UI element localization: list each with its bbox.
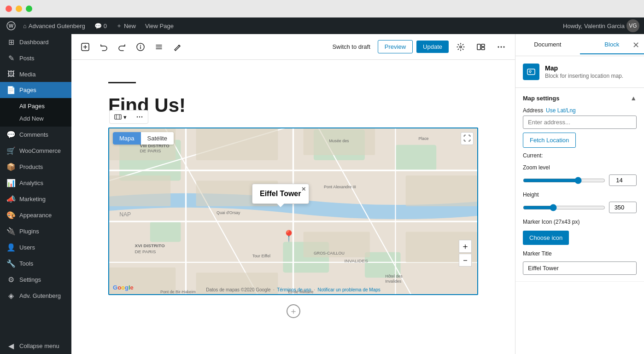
sidebar-item-marketing[interactable]: 📣 Marketing	[0, 191, 71, 207]
tab-document[interactable]: Document	[515, 35, 580, 54]
editor-toolbar: Switch to draft Preview Update	[71, 34, 515, 60]
map-zoom-out-btn[interactable]: －	[459, 254, 472, 267]
height-input[interactable]: 350	[609, 202, 637, 213]
height-slider[interactable]	[523, 204, 605, 211]
add-block-bottom-btn[interactable]: ＋	[287, 304, 300, 318]
appearance-icon: 🎨	[6, 211, 16, 220]
sidebar-item-users[interactable]: 👤 Users	[0, 239, 71, 255]
svg-text:INVALIDES: INVALIDES	[344, 258, 368, 263]
right-panel: Document Block ✕ Map Block for inserting…	[515, 34, 644, 354]
svg-text:W: W	[9, 23, 14, 29]
map-type-mapa-btn[interactable]: Mapa	[113, 132, 141, 145]
sidebar: ⊞ Dashboard ✎ Posts 🖼 Media 📄 Pages All …	[0, 34, 71, 354]
sidebar-item-all-pages[interactable]: All Pages	[0, 100, 71, 112]
sidebar-item-pages[interactable]: 📄 Pages	[0, 82, 71, 98]
sidebar-item-adv-gutenberg[interactable]: ◈ Adv. Gutenberg	[0, 288, 71, 304]
settings-panel-button[interactable]	[452, 39, 469, 55]
svg-text:DE PARIS: DE PARIS	[135, 249, 156, 254]
wp-logo-icon[interactable]: W	[5, 19, 18, 32]
preview-button[interactable]: Preview	[378, 40, 413, 53]
map-settings-header[interactable]: Map settings ▲	[523, 94, 637, 102]
analytics-icon: 📊	[6, 179, 16, 187]
sidebar-item-settings[interactable]: ⚙ Settings	[0, 272, 71, 288]
sidebar-item-plugins[interactable]: 🔌 Plugins	[0, 223, 71, 239]
use-lat-lng-link[interactable]: Use Lat/Lng	[546, 107, 576, 114]
traffic-light-yellow[interactable]	[16, 6, 22, 12]
address-input[interactable]	[523, 116, 637, 129]
info-button[interactable]	[132, 39, 149, 55]
sidebar-item-posts[interactable]: ✎ Posts	[0, 50, 71, 66]
svg-text:Quai d'Orsay: Quai d'Orsay	[217, 210, 240, 215]
zoom-level-input[interactable]: 14	[609, 174, 637, 186]
undo-button[interactable]	[95, 39, 112, 55]
traffic-light-red[interactable]	[6, 6, 12, 12]
redo-button[interactable]	[114, 39, 130, 55]
map-popup-title: Eiffel Tower	[260, 190, 301, 197]
edit-mode-button[interactable]	[169, 39, 186, 55]
sidebar-item-comments[interactable]: 💬 Comments	[0, 127, 71, 143]
sidebar-item-products[interactable]: 📦 Products	[0, 159, 71, 175]
map-zoom-in-btn[interactable]: ＋	[459, 240, 472, 253]
panel-close-btn[interactable]: ✕	[632, 40, 639, 50]
map-block-more-btn[interactable]	[132, 111, 147, 122]
map-type-toggle[interactable]: Mapa Satélite	[113, 132, 174, 145]
map-popup-close[interactable]: ✕	[301, 186, 306, 192]
admin-bar-view-page[interactable]: View Page	[141, 17, 177, 34]
marker-icon-label: Marker Icon (27x43 px)	[523, 219, 637, 225]
map-marker: 📍	[282, 230, 296, 243]
zoom-level-slider[interactable]	[523, 177, 605, 184]
svg-point-20	[137, 116, 138, 117]
woocommerce-icon: 🛒	[6, 146, 16, 155]
update-button[interactable]: Update	[416, 41, 449, 53]
marker-title-input[interactable]	[523, 261, 637, 275]
svg-rect-43	[109, 175, 170, 206]
add-block-button[interactable]	[77, 39, 94, 55]
map-block-type-btn[interactable]: ▾	[111, 111, 130, 122]
fetch-location-button[interactable]: Fetch Location	[523, 133, 576, 148]
map-type-satelite-btn[interactable]: Satélite	[141, 132, 174, 145]
chevron-up-icon: ▲	[630, 94, 637, 102]
admin-bar-comments[interactable]: 💬 0	[91, 17, 111, 34]
svg-rect-45	[406, 175, 477, 206]
svg-point-17	[501, 46, 502, 47]
svg-point-22	[141, 116, 142, 117]
sidebar-item-media[interactable]: 🖼 Media	[0, 66, 71, 82]
switch-to-draft-button[interactable]: Switch to draft	[328, 41, 374, 52]
page-heading[interactable]: Find Us!	[108, 94, 478, 116]
sidebar-item-woocommerce[interactable]: 🛒 WooCommerce	[0, 143, 71, 159]
svg-point-18	[503, 46, 505, 47]
svg-text:XVI DISTRITO: XVI DISTRITO	[135, 243, 164, 248]
sidebar-item-tools[interactable]: 🔧 Tools	[0, 255, 71, 272]
svg-text:Place: Place	[418, 136, 428, 141]
admin-bar-comment-icon: 💬	[94, 23, 102, 29]
more-options-button[interactable]	[493, 39, 509, 55]
avatar: VG	[626, 19, 639, 32]
block-editor-view-button[interactable]	[473, 39, 489, 55]
svg-text:Pont Alexandre III: Pont Alexandre III	[324, 185, 356, 189]
traffic-light-green[interactable]	[26, 6, 32, 12]
svg-point-67	[529, 70, 531, 72]
list-view-button[interactable]	[151, 39, 167, 55]
sidebar-item-appearance[interactable]: 🎨 Appearance	[0, 207, 71, 223]
height-label: Height	[523, 192, 637, 198]
admin-bar-advanced-gutenberg[interactable]: ⌂ Advanced Gutenberg	[19, 17, 89, 34]
comments-icon: 💬	[6, 130, 16, 139]
admin-bar-user: Howdy, Valentin Garcia VG	[563, 19, 639, 32]
pages-icon: 📄	[6, 86, 16, 94]
map-fullscreen-btn[interactable]: ⛶	[461, 132, 474, 145]
block-info: Map Block for inserting location map.	[515, 56, 644, 88]
sidebar-item-add-new[interactable]: Add New	[0, 112, 71, 125]
choose-icon-button[interactable]: Choose icon	[523, 231, 569, 245]
sidebar-item-analytics[interactable]: 📊 Analytics	[0, 175, 71, 191]
sidebar-item-dashboard[interactable]: ⊞ Dashboard	[0, 34, 71, 50]
map-block[interactable]: ▾	[108, 128, 478, 295]
svg-rect-14	[481, 44, 485, 46]
sidebar-item-collapse[interactable]: ◀ Collapse menu	[0, 338, 71, 354]
admin-bar-home-icon: ⌂	[23, 23, 27, 29]
block-map-icon	[523, 64, 539, 80]
map-controls-top: ⛶	[461, 132, 474, 145]
svg-rect-13	[477, 44, 480, 50]
admin-bar-new[interactable]: ＋ New	[112, 17, 140, 34]
page-title-underline	[108, 78, 136, 83]
map-popup: ✕ Eiffel Tower	[252, 184, 309, 204]
